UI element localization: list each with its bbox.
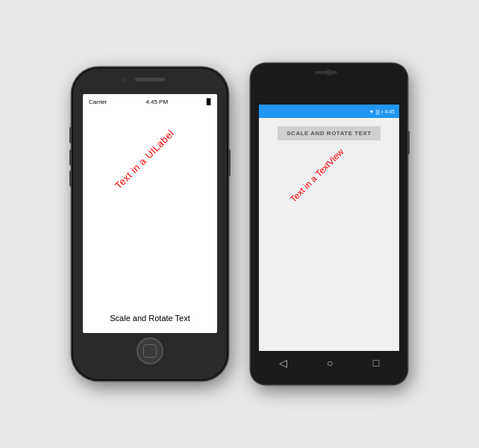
android-signal-icon: ||| [375,109,379,114]
android-home-button[interactable]: ○ [327,357,333,369]
android-nav-bar: ◁ ○ □ [259,351,399,374]
android-earpiece [315,71,337,74]
android-phone: ▼ ||| ▪ 4:45 Text in a TextView SCALE AN… [251,63,407,385]
android-top-bezel [259,63,399,84]
android-time: 4:45 [384,109,395,114]
ios-carrier: Carrier [89,99,107,105]
android-recents-button[interactable]: □ [373,357,379,369]
ios-volume-up-button [69,149,72,166]
android-back-button[interactable]: ◁ [279,357,287,369]
ios-speaker [135,78,165,81]
ios-rotated-label: Text in a UILabel [113,128,176,191]
ios-home-button[interactable] [137,337,163,364]
ios-screen: Carrier 4:45 PM ▉ Text in a UILabel Scal… [83,94,217,333]
android-screen: ▼ ||| ▪ 4:45 Text in a TextView SCALE AN… [259,105,399,351]
ios-status-bar: Carrier 4:45 PM ▉ [83,94,217,109]
ios-power-button [228,149,231,176]
android-bottom-bezel [259,374,399,385]
android-battery-icon: ▪ [381,109,383,114]
ios-battery-icon: ▉ [207,99,211,105]
ios-phone: Carrier 4:45 PM ▉ Text in a UILabel Scal… [72,67,228,381]
android-power-button [407,131,410,155]
ios-camera [122,77,127,82]
android-status-icons: ▼ ||| ▪ 4:45 [369,109,395,114]
ios-time: 4:45 PM [145,99,168,105]
ios-mute-button [69,127,72,143]
android-wifi-icon: ▼ [369,109,374,114]
scale-rotate-button[interactable]: SCALE AND ROTATE TEXT [278,126,380,140]
ios-volume-down-button [69,170,72,187]
ios-bottom-label: Scale and Rotate Text [83,314,217,323]
android-status-bar: ▼ ||| ▪ 4:45 [259,105,399,118]
android-button-area: SCALE AND ROTATE TEXT [259,118,399,148]
android-rotated-label: Text in a TextView [288,147,346,205]
